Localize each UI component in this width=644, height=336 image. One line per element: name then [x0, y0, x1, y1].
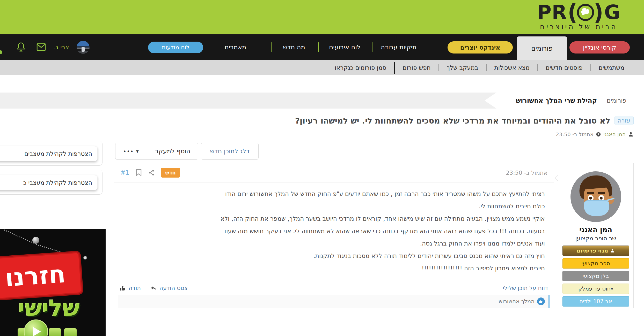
play-button-icon[interactable] — [24, 319, 48, 336]
author-panel: המן האגגי שר סופר מקצוען מנוי פרימיום ספ… — [558, 163, 634, 308]
main-navbar: קורסי אונליין פורומים אינדקס יוצרים תיקי… — [0, 34, 644, 60]
nav-whats-new[interactable]: מה חדש — [279, 34, 310, 60]
prog-logo-wordmark: PR()G — [527, 2, 631, 23]
prog-logo[interactable]: PR()G הבית של היוצרים — [527, 2, 631, 31]
badge-label: אב 107 ילדים — [579, 298, 612, 304]
share-icon[interactable] — [148, 169, 155, 176]
join-community-card: הצטרפות לקהילת מעצבים — [0, 141, 103, 166]
skip-to-new-content-button[interactable]: דלג לתוכן חדש — [201, 143, 259, 160]
like-reaction-icon[interactable] — [537, 297, 545, 305]
logo-paren-close: ) — [594, 2, 603, 23]
ad-banner-video[interactable]: חזרנו שלישי — [0, 229, 106, 336]
ad-green-word: שלישי — [18, 295, 80, 321]
nav-separator — [271, 42, 272, 52]
subnav-your-follows[interactable]: במעקב שלך — [439, 64, 486, 71]
breadcrumb-current-forum[interactable]: קהילת שרי המלך אחשורוש — [516, 97, 597, 104]
breadcrumb-forums-link[interactable]: פורומים — [607, 97, 626, 104]
sign-screw — [83, 256, 87, 259]
caret-down-icon: ▾ — [136, 148, 139, 154]
author-avatar-masked-man[interactable] — [570, 171, 621, 222]
nav-bulletin-board-button[interactable]: לוח מודעות — [148, 42, 203, 53]
bookmark-icon[interactable] — [136, 169, 142, 176]
subnav-separator — [537, 64, 538, 71]
nav-events-board[interactable]: לוח אירועים — [324, 34, 365, 60]
quote-reply-icon[interactable] — [150, 285, 157, 291]
badge-lineage: ייחוס עד עמלק — [562, 284, 629, 294]
thread-posted-time: אתמול ב- 23:50 — [556, 131, 594, 138]
badge-label: מנוי פרימיום — [577, 248, 608, 254]
thread-author-link[interactable]: המן האגגי — [603, 131, 626, 138]
thread-actions-group: ••• ▾ הוסף למעקב — [115, 143, 198, 160]
dots-icon: ••• — [123, 148, 134, 154]
ad-hanging-sign: חזרנו — [0, 251, 83, 301]
nav-online-courses-button[interactable]: קורסי אונליין — [569, 41, 630, 54]
ad-cut-text — [64, 328, 77, 336]
nav-articles[interactable]: מאמרים — [221, 34, 250, 60]
logo-text-g: G — [604, 2, 620, 23]
breadcrumb: פורומים קהילת שרי המלך אחשורוש — [485, 93, 634, 109]
nav-tab-forums-active[interactable]: פורומים — [517, 36, 567, 60]
user-avatar[interactable] — [77, 41, 90, 54]
notifications-bell-icon[interactable] — [17, 42, 25, 52]
thumbs-up-icon[interactable] — [120, 285, 126, 291]
author-role: שר סופר מקצוען — [575, 235, 616, 242]
forum-toolbar: משתמשים פוסטים חדשים מצא אשכולות במעקב ש… — [0, 60, 644, 75]
help-tag-badge[interactable]: עזרה — [614, 116, 634, 125]
badge-label: ספר מקצועי — [581, 260, 610, 266]
post-header: #1 חדש אתמול ב- 23:50 — [114, 163, 554, 182]
member-icon — [610, 248, 615, 253]
subnav-separator-strong — [394, 62, 395, 74]
nav-creators-index-button[interactable]: אינדקס יוצרים — [448, 41, 513, 54]
ad-cut-text — [49, 328, 61, 336]
subnav-members[interactable]: משתמשים — [591, 64, 632, 71]
forum-page: { "header": { "logo_pr": "PR", "logo_g":… — [0, 0, 644, 336]
join-designers-community-button-2[interactable]: הצטרפות לקהילת מעצבי כ — [0, 175, 98, 190]
person-icon — [628, 132, 634, 137]
author-badges: מנוי פרימיום ספר מקצועי בלן מקצועי ייחוס… — [562, 246, 629, 307]
new-post-badge: חדש — [161, 168, 180, 178]
thread-title-row: עזרה לא סובל את היהודים ובמיוחד את מרדכי… — [295, 116, 634, 125]
badge-professional-barber: ספר מקצועי — [562, 258, 629, 269]
author-panel-pointer — [555, 175, 561, 181]
clock-icon — [596, 132, 601, 137]
site-header: PR()G הבית של היוצרים — [0, 0, 644, 34]
reaction-bar: המלך אחשורוש — [118, 295, 550, 308]
chain-ball — [32, 237, 39, 244]
join-community-card: הצטרפות לקהילת מעצבי כ — [0, 170, 103, 195]
thanks-link[interactable]: תודה — [129, 285, 141, 291]
subnav-separator — [486, 64, 487, 71]
badge-label: ייחוס עד עמלק — [578, 286, 613, 292]
nav-work-folders[interactable]: תיקיות עבודה — [378, 34, 419, 60]
badge-label: בלן מקצועי — [583, 273, 609, 279]
edge-cut-icon — [0, 50, 2, 54]
author-name[interactable]: המן האגגי — [579, 226, 612, 234]
reaction-user-link[interactable]: המלך אחשורוש — [499, 298, 535, 304]
subnav-mark-forums-read[interactable]: סמן פורומים כנקראו — [327, 64, 394, 71]
thread-byline: המן האגגי אתמול ב- 23:50 — [556, 131, 634, 138]
post-footer-actions: תודה צטט הודעה — [120, 285, 188, 291]
post-card: #1 חדש אתמול ב- 23:50 רציתי להתייעץ אתכם… — [114, 163, 554, 308]
logo-paren-open: ( — [568, 2, 577, 23]
badge-premium-member: מנוי פרימיום — [562, 246, 629, 256]
thread-actions: ••• ▾ הוסף למעקב דלג לתוכן חדש — [115, 143, 259, 160]
user-menu[interactable]: צבי ג. — [54, 34, 69, 60]
follow-thread-button[interactable]: הוסף למעקב — [147, 143, 198, 159]
nav-separator — [372, 42, 372, 52]
badge-father-of-107: אב 107 ילדים — [562, 296, 629, 307]
join-designers-community-button[interactable]: הצטרפות לקהילת מעצבים — [0, 146, 98, 161]
messages-icon[interactable] — [36, 43, 46, 51]
logo-tagline: הבית של היוצרים — [527, 23, 631, 31]
quote-message-link[interactable]: צטט הודעה — [159, 285, 188, 291]
piano-key-icon — [577, 4, 594, 21]
nav-separator — [318, 42, 319, 52]
report-content-link[interactable]: דווח על תוכן שלילי — [503, 285, 548, 291]
logo-text-pr: PR — [537, 2, 567, 23]
subnav-search-forum[interactable]: חפש פורום — [395, 64, 438, 71]
chain-icon — [4, 230, 36, 245]
post-number-link[interactable]: #1 — [120, 169, 129, 176]
thread-title: לא סובל את היהודים ובמיוחד את מרדכי שלא … — [295, 116, 610, 125]
subnav-find-threads[interactable]: מצא אשכולות — [487, 64, 538, 71]
post-time: אתמול ב- 23:50 — [506, 170, 547, 176]
subnav-new-posts[interactable]: פוסטים חדשים — [538, 64, 590, 71]
more-options-button[interactable]: ••• ▾ — [115, 143, 147, 159]
